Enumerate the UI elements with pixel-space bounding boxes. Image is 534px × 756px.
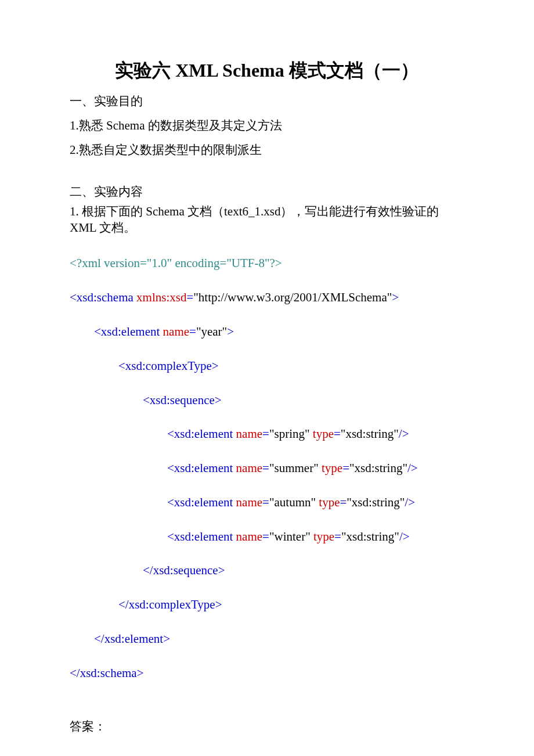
schema-1-code: <?xml version="1.0" encoding="UTF-8"?> <…	[70, 238, 464, 716]
schema-open-tag: <xsd:schema	[70, 290, 134, 304]
question-1-intro: 1. 根据下面的 Schema 文档（text6_1.xsd），写出能进行有效性…	[70, 203, 464, 236]
answer-label: 答案：	[70, 718, 464, 735]
document-page: 实验六 XML Schema 模式文档（一） 一、实验目的 1.熟悉 Schem…	[0, 0, 534, 756]
answer-1-code: <?xml version="1.0" encoding="UTF-8"?> <…	[70, 737, 464, 756]
objective-2: 2.熟悉自定义数据类型中的限制派生	[70, 142, 464, 158]
attr-value: "http://www.w3.org/2001/XMLSchema"	[193, 290, 392, 304]
element-tag: <xsd:element	[94, 325, 160, 339]
xml-decl: <?xml version="1.0" encoding="UTF-8"?>	[70, 256, 282, 270]
objective-1: 1.熟悉 Schema 的数据类型及其定义方法	[70, 117, 464, 134]
schema-close: </xsd:schema>	[70, 666, 144, 680]
document-title: 实验六 XML Schema 模式文档（一）	[70, 58, 464, 84]
attr-name: xmlns:xsd	[134, 290, 187, 304]
complextype-close: </xsd:complexType>	[118, 597, 222, 611]
section-2-heading: 二、实验内容	[70, 183, 464, 200]
section-1-heading: 一、实验目的	[70, 93, 464, 109]
sequence-open: <xsd:sequence>	[143, 393, 222, 407]
element-close: </xsd:element>	[94, 632, 170, 646]
complextype-open: <xsd:complexType>	[118, 359, 219, 373]
sequence-close: </xsd:sequence>	[143, 563, 225, 577]
